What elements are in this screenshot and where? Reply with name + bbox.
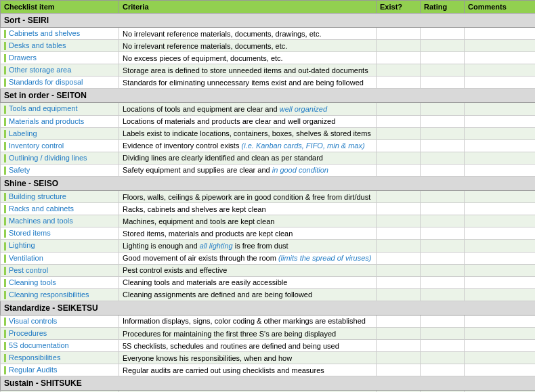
comments-cell[interactable] bbox=[465, 164, 536, 176]
exist-cell[interactable] bbox=[377, 203, 421, 215]
item-cell: Lighting bbox=[1, 240, 119, 252]
comments-cell[interactable] bbox=[465, 252, 536, 264]
comments-cell[interactable] bbox=[465, 64, 536, 77]
header-comments: Comments bbox=[465, 1, 536, 14]
criteria-cell: Dividing lines are clearly identified an… bbox=[119, 152, 377, 164]
exist-cell[interactable] bbox=[377, 139, 421, 152]
rating-cell[interactable] bbox=[421, 77, 465, 89]
criteria-cell: Everyone knows his responsibilities, whe… bbox=[119, 352, 377, 364]
exist-cell[interactable] bbox=[377, 252, 421, 264]
exist-cell[interactable] bbox=[377, 327, 421, 339]
rating-cell[interactable] bbox=[421, 215, 465, 227]
exist-cell[interactable] bbox=[377, 352, 421, 364]
comments-cell[interactable] bbox=[465, 364, 536, 376]
green-accent bbox=[4, 279, 6, 287]
rating-cell[interactable] bbox=[421, 115, 465, 127]
header-exist: Exist? bbox=[377, 1, 421, 14]
exist-cell[interactable] bbox=[377, 103, 421, 115]
comments-cell[interactable] bbox=[465, 191, 536, 203]
criteria-cell: Information displays, signs, color codin… bbox=[119, 315, 377, 327]
comments-cell[interactable] bbox=[465, 52, 536, 64]
comments-cell[interactable] bbox=[465, 315, 536, 327]
exist-cell[interactable] bbox=[377, 315, 421, 327]
table-row: 5S documentation 5S checklists, schedule… bbox=[1, 340, 536, 352]
comments-cell[interactable] bbox=[465, 203, 536, 215]
comments-cell[interactable] bbox=[465, 139, 536, 152]
item-cell: Ventilation bbox=[1, 252, 119, 264]
comments-cell[interactable] bbox=[465, 327, 536, 339]
item-cell: Racks and cabinets bbox=[1, 203, 119, 215]
comments-cell[interactable] bbox=[465, 28, 536, 40]
exist-cell[interactable] bbox=[377, 28, 421, 40]
rating-cell[interactable] bbox=[421, 103, 465, 115]
item-cell: Cabinets and shelves bbox=[1, 28, 119, 40]
rating-cell[interactable] bbox=[421, 64, 465, 77]
rating-cell[interactable] bbox=[421, 52, 465, 64]
item-cell: Cleaning responsibilities bbox=[1, 288, 119, 301]
rating-cell[interactable] bbox=[421, 152, 465, 164]
rating-cell[interactable] bbox=[421, 40, 465, 52]
exist-cell[interactable] bbox=[377, 115, 421, 127]
rating-cell[interactable] bbox=[421, 327, 465, 339]
exist-cell[interactable] bbox=[377, 264, 421, 276]
exist-cell[interactable] bbox=[377, 64, 421, 77]
rating-cell[interactable] bbox=[421, 340, 465, 352]
comments-cell[interactable] bbox=[465, 352, 536, 364]
rating-cell[interactable] bbox=[421, 252, 465, 264]
exist-cell[interactable] bbox=[377, 276, 421, 288]
exist-cell[interactable] bbox=[377, 77, 421, 89]
rating-cell[interactable] bbox=[421, 288, 465, 301]
rating-cell[interactable] bbox=[421, 240, 465, 252]
rating-cell[interactable] bbox=[421, 127, 465, 139]
rating-cell[interactable] bbox=[421, 164, 465, 176]
comments-cell[interactable] bbox=[465, 152, 536, 164]
exist-cell[interactable] bbox=[377, 288, 421, 301]
exist-cell[interactable] bbox=[377, 340, 421, 352]
comments-cell[interactable] bbox=[465, 127, 536, 139]
green-accent bbox=[4, 330, 6, 338]
comments-cell[interactable] bbox=[465, 77, 536, 89]
comments-cell[interactable] bbox=[465, 115, 536, 127]
rating-cell[interactable] bbox=[421, 315, 465, 327]
comments-cell[interactable] bbox=[465, 276, 536, 288]
comments-cell[interactable] bbox=[465, 288, 536, 301]
green-accent bbox=[4, 242, 6, 251]
exist-cell[interactable] bbox=[377, 227, 421, 240]
header-checklist-item: Checklist item bbox=[1, 1, 119, 14]
rating-cell[interactable] bbox=[421, 264, 465, 276]
rating-cell[interactable] bbox=[421, 139, 465, 152]
exist-cell[interactable] bbox=[377, 40, 421, 52]
table-row: Tools and equipment Locations of tools a… bbox=[1, 103, 536, 115]
criteria-cell: Regular audits are carried out using che… bbox=[119, 364, 377, 376]
green-accent bbox=[4, 142, 6, 150]
criteria-cell: Locations of materials and products are … bbox=[119, 115, 377, 127]
rating-cell[interactable] bbox=[421, 227, 465, 240]
exist-cell[interactable] bbox=[377, 127, 421, 139]
rating-cell[interactable] bbox=[421, 191, 465, 203]
header-criteria: Criteria bbox=[119, 1, 377, 14]
exist-cell[interactable] bbox=[377, 191, 421, 203]
rating-cell[interactable] bbox=[421, 364, 465, 376]
exist-cell[interactable] bbox=[377, 164, 421, 176]
rating-cell[interactable] bbox=[421, 352, 465, 364]
comments-cell[interactable] bbox=[465, 264, 536, 276]
criteria-cell: Floors, walls, ceilings & pipework are i… bbox=[119, 191, 377, 203]
exist-cell[interactable] bbox=[377, 152, 421, 164]
comments-cell[interactable] bbox=[465, 340, 536, 352]
item-cell: Inventory control bbox=[1, 139, 119, 152]
exist-cell[interactable] bbox=[377, 52, 421, 64]
comments-cell[interactable] bbox=[465, 103, 536, 115]
item-cell: Machines and tools bbox=[1, 215, 119, 227]
exist-cell[interactable] bbox=[377, 215, 421, 227]
comments-cell[interactable] bbox=[465, 227, 536, 240]
exist-cell[interactable] bbox=[377, 240, 421, 252]
rating-cell[interactable] bbox=[421, 28, 465, 40]
rating-cell[interactable] bbox=[421, 276, 465, 288]
item-cell: Outlining / dividing lines bbox=[1, 152, 119, 164]
comments-cell[interactable] bbox=[465, 40, 536, 52]
rating-cell[interactable] bbox=[421, 203, 465, 215]
comments-cell[interactable] bbox=[465, 215, 536, 227]
criteria-cell: Lighting is enough and all lighting is f… bbox=[119, 240, 377, 252]
exist-cell[interactable] bbox=[377, 364, 421, 376]
comments-cell[interactable] bbox=[465, 240, 536, 252]
